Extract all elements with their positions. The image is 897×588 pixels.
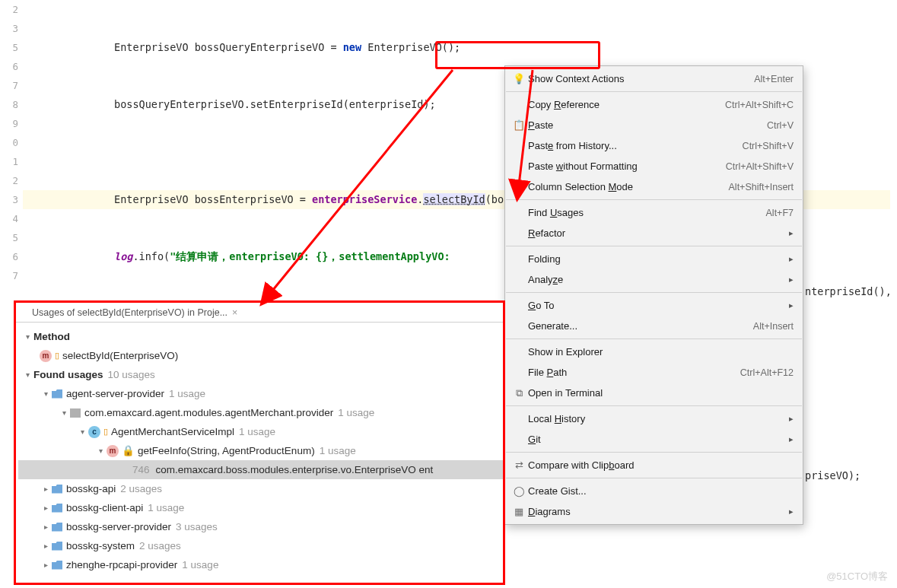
- menu-item-shortcut: Ctrl+V: [767, 120, 794, 131]
- menu-item-compare-with-clipboard[interactable]: ⇄Compare with Clipboard: [505, 455, 803, 475]
- menu-item-create-gist[interactable]: ◯Create Gist...: [505, 481, 803, 501]
- term-icon: ⧉: [511, 387, 526, 399]
- class-icon: c: [88, 426, 100, 438]
- string-literal: "结算申请，enterpriseVO: {}，settlementApplyVO…: [170, 250, 450, 262]
- menu-item-local-history[interactable]: Local History: [505, 408, 803, 429]
- editor-gutter: 2 3 5 6 7 8 9 0 1 2 3 4 5 6 7: [0, 0, 21, 285]
- menu-item-shortcut: Alt+Enter: [754, 74, 794, 84]
- menu-separator: [506, 91, 802, 92]
- menu-item-label: Column Selection Mode: [526, 181, 729, 192]
- tree-class[interactable]: ▾c ▯ AgentMerchantServiceImpl 1 usage: [18, 422, 504, 441]
- menu-item-label: File Path: [526, 367, 740, 378]
- menu-item-paste[interactable]: 📋PasteCtrl+V: [505, 115, 803, 135]
- tree-module[interactable]: ▸ bosskg-system 2 usages: [18, 536, 504, 555]
- tree-found-header[interactable]: ▾ Found usages 10 usages: [18, 365, 504, 384]
- editor-context-menu[interactable]: 💡Show Context ActionsAlt+EnterCopy Refer…: [504, 65, 803, 525]
- menu-item-refactor[interactable]: Refactor: [505, 223, 803, 243]
- tree-method-header[interactable]: ▾ Method: [18, 327, 504, 346]
- code-peek: priseVO);: [805, 469, 860, 482]
- tree-usage-hit[interactable]: 746 com.emaxcard.boss.modules.enterprise…: [18, 460, 504, 479]
- method-icon: m: [40, 350, 52, 362]
- tree-package[interactable]: ▾ com.emaxcard.agent.modules.agentMercha…: [18, 403, 504, 422]
- logger-ref: log: [114, 250, 132, 262]
- menu-item-shortcut: Ctrl+Alt+F12: [740, 367, 794, 378]
- menu-item-shortcut: Alt+Insert: [753, 321, 794, 332]
- menu-separator: [506, 246, 802, 246]
- tree-module[interactable]: ▸ zhenghe-rpcapi-provider 1 usage: [18, 555, 504, 574]
- menu-separator: [506, 405, 802, 406]
- usages-tab[interactable]: Usages of selectById(EnterpriseVO) in Pr…: [15, 303, 504, 323]
- cmp-icon: ⇄: [511, 459, 526, 471]
- gh-icon: ◯: [511, 485, 526, 497]
- dia-icon: ▦: [511, 506, 526, 517]
- menu-item-label: Local History: [526, 413, 784, 424]
- menu-item-label: Diagrams: [526, 506, 784, 517]
- menu-item-diagrams[interactable]: ▦Diagrams: [505, 501, 803, 522]
- menu-separator: [506, 338, 802, 339]
- menu-item-find-usages[interactable]: Find UsagesAlt+F7: [505, 202, 803, 223]
- menu-item-label: Create Gist...: [526, 485, 794, 497]
- menu-item-git[interactable]: Git: [505, 429, 803, 450]
- menu-item-label: Copy Reference: [526, 99, 725, 110]
- field-ref: enterpriseService: [312, 193, 417, 205]
- menu-item-show-context-actions[interactable]: 💡Show Context ActionsAlt+Enter: [505, 68, 803, 89]
- menu-item-copy-reference[interactable]: Copy ReferenceCtrl+Alt+Shift+C: [505, 94, 803, 115]
- tree-module[interactable]: ▾ agent-server-provider 1 usage: [18, 384, 504, 403]
- watermark: @51CTO博客: [826, 570, 888, 583]
- code-peek: nterpriseId(),: [805, 285, 892, 297]
- find-usages-panel[interactable]: Usages of selectById(EnterpriseVO) in Pr…: [15, 303, 504, 579]
- menu-item-label: Compare with Clipboard: [526, 459, 794, 471]
- usage-line-number: 746: [132, 460, 150, 479]
- menu-separator: [506, 452, 802, 453]
- menu-item-shortcut: Ctrl+Shift+V: [743, 141, 794, 151]
- menu-item-label: Refactor: [526, 227, 784, 239]
- menu-item-paste-without-formatting[interactable]: Paste without FormattingCtrl+Alt+Shift+V: [505, 156, 803, 176]
- close-icon[interactable]: ×: [232, 307, 237, 318]
- menu-item-shortcut: Ctrl+Alt+Shift+V: [726, 161, 794, 172]
- menu-item-paste-from-history[interactable]: Paste from History...Ctrl+Shift+V: [505, 135, 803, 156]
- menu-item-folding[interactable]: Folding: [505, 249, 803, 269]
- menu-item-label: Paste from History...: [526, 140, 743, 151]
- paste-icon: 📋: [511, 119, 526, 131]
- menu-item-file-path[interactable]: File PathCtrl+Alt+F12: [505, 362, 803, 383]
- lock-icon: 🔒: [122, 441, 135, 460]
- tree-method-node[interactable]: ▾m 🔒 getFeeInfo(String, AgentProductEnum…: [18, 441, 504, 460]
- lock-icon: ▯: [103, 422, 108, 441]
- menu-item-shortcut: Ctrl+Alt+Shift+C: [725, 100, 794, 110]
- bulb-icon: 💡: [511, 73, 526, 84]
- menu-item-analyze[interactable]: Analyze: [505, 269, 803, 290]
- menu-item-label: Find Usages: [526, 207, 766, 218]
- menu-item-label: Show Context Actions: [526, 73, 754, 84]
- menu-item-label: Git: [526, 434, 784, 445]
- module-icon: [52, 561, 62, 570]
- module-icon: [52, 485, 62, 494]
- usages-tree[interactable]: ▾ Method m ▯ selectById(EnterpriseVO) ▾ …: [15, 323, 504, 579]
- module-icon: [52, 523, 62, 532]
- menu-separator: [506, 292, 802, 293]
- tree-module[interactable]: ▸ bosskg-api 2 usages: [18, 479, 504, 498]
- tree-module[interactable]: ▸ bosskg-server-provider 3 usages: [18, 517, 504, 536]
- menu-item-label: Generate...: [526, 320, 753, 332]
- menu-item-label: Show in Explorer: [526, 346, 794, 358]
- menu-item-label: Paste: [526, 119, 767, 131]
- menu-separator: [506, 199, 802, 200]
- menu-item-generate[interactable]: Generate...Alt+Insert: [505, 316, 803, 336]
- module-icon: [52, 542, 62, 551]
- menu-item-column-selection-mode[interactable]: Column Selection ModeAlt+Shift+Insert: [505, 176, 803, 197]
- module-icon: [52, 504, 62, 513]
- menu-item-open-in-terminal[interactable]: ⧉Open in Terminal: [505, 383, 803, 403]
- method-icon: m: [107, 445, 119, 457]
- menu-item-label: Open in Terminal: [526, 387, 794, 399]
- menu-separator: [506, 478, 802, 478]
- menu-item-show-in-explorer[interactable]: Show in Explorer: [505, 342, 803, 362]
- menu-item-label: Paste without Formatting: [526, 161, 726, 172]
- menu-item-shortcut: Alt+F7: [766, 208, 794, 218]
- menu-item-label: Go To: [526, 300, 784, 311]
- tree-method-sig[interactable]: m ▯ selectById(EnterpriseVO): [18, 346, 504, 365]
- menu-item-label: Analyze: [526, 274, 784, 285]
- tree-module[interactable]: ▸ bosskg-client-api 1 usage: [18, 498, 504, 517]
- package-icon: [70, 408, 81, 418]
- menu-item-go-to[interactable]: Go To: [505, 295, 803, 316]
- selected-method-selectById[interactable]: selectById: [423, 193, 485, 205]
- menu-item-label: Folding: [526, 253, 784, 265]
